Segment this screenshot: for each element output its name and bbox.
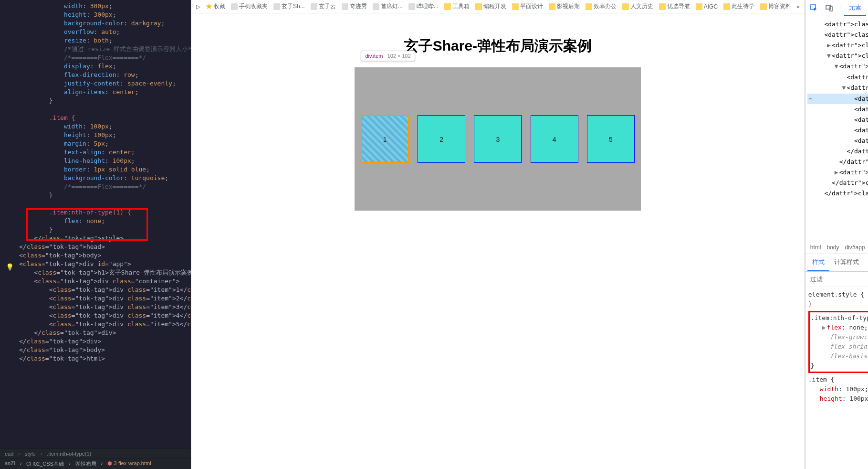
browser-preview-panel: ▷ 收藏手机收藏夹玄子Sh...玄子云奇迹秀首席灯...哔哩哔...工具箱编程开… — [191, 0, 805, 469]
flex-demo-container[interactable]: div.item 102 × 102 1 2 3 4 5 — [355, 67, 641, 211]
dom-node[interactable]: ▼<dattr">class="dtag">div dattr">id="app… — [807, 61, 868, 72]
dom-node[interactable]: <dattr">class="dtag">div dattr">class="i… — [807, 104, 868, 115]
status-path-1[interactable]: anZi — [5, 460, 15, 468]
lightbulb-icon[interactable]: 💡 — [6, 263, 14, 271]
dom-node[interactable]: ▶<dattr">class="dtag">script>…</dattr">c… — [807, 167, 868, 178]
rendered-page: 玄子Share-弹性布局演示案例 div.item 102 × 102 1 2 … — [191, 13, 805, 469]
bookmark-item[interactable]: 玄子云 — [308, 1, 338, 11]
bookmark-item[interactable]: 奇迹秀 — [339, 1, 369, 11]
code-editor[interactable]: 💡 width: 300px; height: 300px; backgroun… — [0, 0, 191, 448]
editor-crumb[interactable]: .item:nth-of-type(1) — [47, 451, 91, 457]
bookmark-item[interactable]: 人文历史 — [620, 1, 656, 11]
css-rule[interactable]: 3-flex-wrap…N_CHANGE:33.item {width: 100… — [808, 375, 868, 404]
editor-crumb[interactable]: ead — [5, 451, 13, 457]
status-path-3[interactable]: 弹性布局 — [75, 460, 96, 468]
dom-node[interactable]: <dattr">class="dtag">html dattr">lang="e… — [807, 30, 868, 40]
css-declaration[interactable]: height: 100px; — [808, 394, 868, 404]
styles-filter-row: :hov .cls ＋ ▭ ◫ — [805, 272, 868, 287]
dom-node[interactable]: <dattr">class="dtag">h1>玄子Share-弹性布局演示案例… — [807, 72, 868, 83]
subtab-styles[interactable]: 样式 — [807, 254, 829, 271]
bookmark-item[interactable]: 工具箱 — [442, 1, 472, 11]
dom-node[interactable]: </dattr">class="dtag">div> — [807, 146, 868, 157]
bookmark-label: 影视后期 — [557, 2, 580, 11]
dom-node[interactable]: ▼<dattr">class="dtag">body> — [807, 51, 868, 61]
subtab-properties[interactable]: 属性 — [864, 254, 868, 271]
dom-node[interactable]: </dattr">class="dtag">body> — [807, 178, 868, 188]
tab-elements[interactable]: 元素 — [844, 0, 866, 16]
demo-item-3[interactable]: 3 — [474, 115, 522, 163]
bookmark-favicon — [586, 3, 592, 10]
bookmark-label: 手机收藏夹 — [239, 2, 268, 11]
css-declaration[interactable]: flex-grow: 0; — [811, 332, 868, 342]
bookmark-favicon — [444, 3, 451, 10]
bookmark-item[interactable]: 手机收藏夹 — [229, 1, 270, 11]
devtools-toolbar: 元素 控制台 » 💬 1 ⚙ ⋮ ✕ — [805, 0, 868, 16]
dom-node[interactable]: <dattr">class="dtag">div dattr">class="i… — [807, 136, 868, 146]
demo-item-4[interactable]: 4 — [531, 115, 578, 163]
css-declaration[interactable]: width: 100px; — [808, 384, 868, 394]
bookmark-label: 工具箱 — [452, 2, 470, 11]
bookmark-item[interactable]: 优选导航 — [657, 1, 692, 11]
bookmark-label: 首席灯... — [381, 2, 403, 11]
dom-node[interactable]: ▶<dattr">class="dtag">head>…</dattr">cla… — [807, 40, 868, 51]
rule-selector[interactable]: .item { — [808, 375, 868, 384]
bookmark-item[interactable]: AIGC — [693, 1, 720, 11]
bookmark-item[interactable]: 博客资料 — [758, 1, 794, 11]
bookmark-item[interactable]: 玄子Sh... — [271, 1, 307, 11]
styles-body[interactable]: element.style {}3-flex-wrap…N_CHANGE:44.… — [805, 287, 868, 469]
dom-node[interactable]: ⋯ <dattr">class="dtag">div dattr">class=… — [807, 94, 868, 104]
dom-breadcrumb[interactable]: htmlbodydiv#appdiv.containerdiv.item — [805, 241, 868, 254]
inspect-element-icon[interactable] — [807, 1, 821, 15]
demo-item-5[interactable]: 5 — [587, 115, 635, 163]
subtab-computed[interactable]: 计算样式 — [829, 254, 864, 271]
dom-node[interactable]: <dattr">class="dtag">div dattr">class="i… — [807, 125, 868, 136]
bookmark-favicon — [723, 3, 730, 10]
bookmark-item[interactable]: 平面设计 — [510, 1, 545, 11]
devtools-panel: 元素 控制台 » 💬 1 ⚙ ⋮ ✕ <dattr">class="dtag">… — [805, 0, 868, 469]
bookmark-label: 博客资料 — [768, 2, 791, 11]
bookmark-label: 人文历史 — [630, 2, 653, 11]
css-declaration[interactable]: ▶flex: none; — [811, 323, 868, 332]
bookmark-item[interactable]: 编程开发 — [473, 1, 509, 11]
bookmark-item[interactable]: 收藏 — [203, 1, 228, 11]
css-declaration[interactable]: flex-shrink: 0; — [811, 342, 868, 352]
bookmark-item[interactable]: 效率办公 — [583, 1, 619, 11]
rule-selector[interactable]: element.style { — [808, 290, 868, 299]
bookmark-label: 奇迹秀 — [350, 2, 367, 11]
status-path-2[interactable]: CH02_CSS基础 — [26, 460, 64, 468]
editor-crumb[interactable]: style — [25, 451, 36, 457]
dom-node[interactable]: <dattr">class="dtag">!DOCTYPE html> — [807, 19, 868, 30]
bookmark-overflow-icon[interactable]: » — [795, 3, 802, 10]
bookmark-item[interactable]: 首席灯... — [370, 1, 405, 11]
device-toggle-icon[interactable] — [823, 1, 836, 15]
bookmark-item[interactable]: 哔哩哔... — [406, 1, 441, 11]
bookmark-favicon — [512, 3, 519, 10]
css-rule[interactable]: element.style {} — [808, 290, 868, 309]
editor-breadcrumbs[interactable]: eadstyle.item:nth-of-type(1) — [0, 448, 191, 458]
css-rule[interactable]: 3-flex-wrap…N_CHANGE:44.item:nth-of-type… — [808, 311, 868, 373]
bookmark-label: 哔哩哔... — [417, 2, 439, 11]
status-file[interactable]: 3-flex-wrap.html — [107, 460, 151, 468]
bookmark-favicon — [311, 3, 317, 10]
bookmark-item[interactable]: 此生待学 — [721, 1, 757, 11]
breadcrumb-node[interactable]: html — [810, 244, 821, 251]
breadcrumb-node[interactable]: body — [826, 244, 839, 251]
breadcrumb-node[interactable]: div#app — [845, 244, 865, 251]
styles-filter-input[interactable] — [805, 272, 868, 287]
bookmark-favicon — [408, 3, 415, 10]
rule-selector[interactable]: .item:nth-of-type(1) { — [811, 313, 868, 323]
dom-node[interactable]: <dattr">class="dtag">div dattr">class="i… — [807, 115, 868, 125]
dom-node[interactable]: </dattr">class="dtag">div> — [807, 157, 868, 167]
bookmark-label: 玄子云 — [319, 2, 336, 11]
dom-tree[interactable]: <dattr">class="dtag">!DOCTYPE html> <dat… — [805, 16, 868, 241]
nav-back-icon[interactable]: ▷ — [194, 3, 202, 10]
demo-item-2[interactable]: 2 — [418, 115, 465, 163]
dom-node[interactable]: ▼<dattr">class="dtag">div dattr">class="… — [807, 83, 868, 94]
bookmark-item[interactable]: 影视后期 — [546, 1, 582, 11]
css-declaration[interactable]: flex-basis: auto; — [811, 352, 868, 361]
demo-item-1[interactable]: 1 — [361, 115, 409, 163]
bookmark-label: 此生待学 — [732, 2, 754, 11]
bookmark-favicon — [549, 3, 555, 10]
bookmark-label: 优选导航 — [667, 2, 690, 11]
dom-node[interactable]: </dattr">class="dtag">html> — [807, 188, 868, 199]
